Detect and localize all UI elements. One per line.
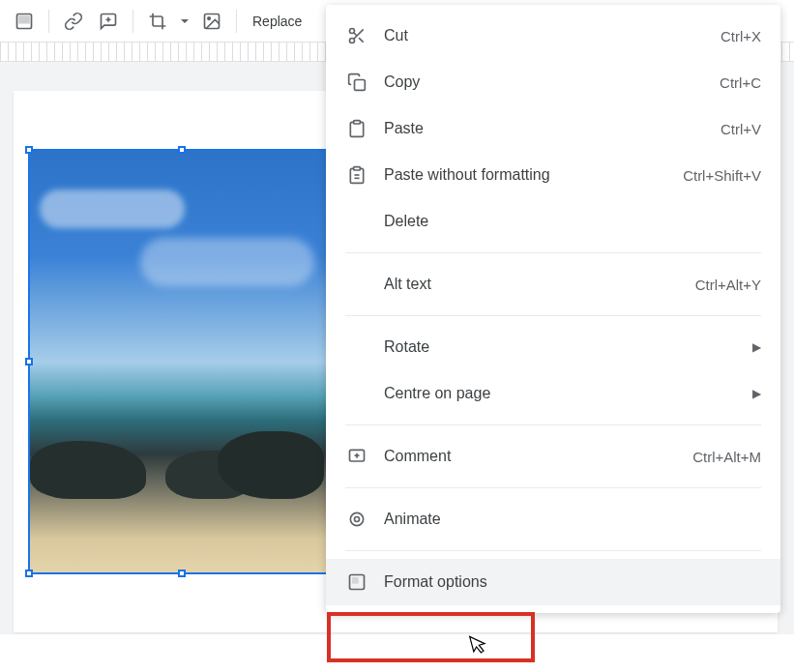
menu-shortcut: Ctrl+C	[720, 74, 761, 91]
image-content-cloud	[40, 190, 185, 228]
menu-shortcut: Ctrl+V	[720, 121, 761, 137]
toolbar-separator	[48, 10, 49, 33]
menu-shortcut: Ctrl+Alt+M	[692, 449, 761, 465]
menu-label: Rotate	[384, 338, 752, 356]
menu-label: Paste without formatting	[384, 166, 683, 184]
menu-item-copy[interactable]: Copy Ctrl+C	[326, 59, 780, 105]
menu-item-rotate[interactable]: Rotate ▶	[326, 324, 780, 370]
svg-point-20	[355, 517, 360, 522]
submenu-arrow-icon: ▶	[752, 340, 761, 354]
menu-label: Animate	[384, 511, 761, 528]
svg-rect-13	[354, 167, 361, 170]
comment-icon	[345, 445, 368, 468]
svg-point-5	[208, 16, 211, 18]
crop-image-button[interactable]	[141, 5, 174, 38]
replace-image-button[interactable]: Replace	[245, 14, 309, 29]
svg-point-7	[350, 39, 355, 44]
reset-image-button[interactable]	[195, 5, 228, 38]
svg-line-10	[354, 33, 357, 36]
svg-point-19	[350, 512, 363, 525]
menu-item-animate[interactable]: Animate	[326, 496, 780, 542]
crop-dropdown-icon[interactable]	[176, 5, 193, 38]
resize-handle-top-left[interactable]	[25, 146, 33, 154]
image-content-cloud	[140, 238, 314, 286]
fill-color-button[interactable]	[8, 5, 41, 38]
menu-label: Copy	[384, 73, 720, 91]
selected-image[interactable]	[28, 149, 336, 574]
resize-handle-bottom-left[interactable]	[25, 570, 33, 577]
menu-label: Paste	[384, 120, 720, 137]
submenu-arrow-icon: ▶	[752, 387, 761, 400]
menu-shortcut: Ctrl+Shift+V	[683, 167, 761, 184]
image-content-rock	[218, 431, 324, 499]
paste-icon	[345, 117, 368, 140]
toolbar-separator	[132, 10, 133, 33]
menu-item-paste[interactable]: Paste Ctrl+V	[326, 105, 780, 152]
resize-handle-top-mid[interactable]	[178, 146, 186, 154]
menu-label: Alt text	[384, 276, 695, 293]
menu-separator	[345, 424, 761, 425]
resize-handle-mid-left[interactable]	[25, 358, 33, 365]
menu-separator	[345, 252, 761, 253]
menu-label: Cut	[384, 27, 720, 44]
menu-label: Comment	[384, 448, 692, 465]
svg-line-9	[359, 38, 364, 43]
menu-item-centre-on-page[interactable]: Centre on page ▶	[326, 370, 780, 417]
animate-icon	[345, 508, 368, 531]
image-content-rock	[30, 441, 146, 499]
mouse-cursor-icon	[467, 630, 492, 657]
svg-point-6	[350, 29, 355, 34]
cut-icon	[345, 24, 368, 47]
svg-rect-12	[354, 121, 361, 124]
toolbar-separator	[236, 10, 237, 33]
menu-shortcut: Ctrl+Alt+Y	[695, 277, 761, 293]
add-comment-button[interactable]	[92, 5, 125, 38]
menu-label: Centre on page	[384, 385, 752, 402]
menu-label: Format options	[384, 573, 761, 591]
menu-item-paste-without-formatting[interactable]: Paste without formatting Ctrl+Shift+V	[326, 152, 780, 198]
menu-shortcut: Ctrl+X	[720, 28, 761, 44]
paste-plain-icon	[345, 163, 368, 187]
menu-item-cut[interactable]: Cut Ctrl+X	[326, 13, 780, 59]
menu-separator	[345, 487, 761, 488]
menu-item-alt-text[interactable]: Alt text Ctrl+Alt+Y	[326, 261, 780, 307]
svg-rect-1	[19, 16, 29, 23]
menu-item-comment[interactable]: Comment Ctrl+Alt+M	[326, 433, 780, 480]
svg-rect-22	[353, 578, 358, 583]
context-menu: Cut Ctrl+X Copy Ctrl+C Paste Ctrl+V Past…	[326, 5, 780, 613]
svg-rect-11	[355, 80, 366, 91]
resize-handle-bottom-mid[interactable]	[178, 570, 186, 577]
copy-icon	[345, 71, 368, 94]
menu-item-delete[interactable]: Delete	[326, 198, 780, 245]
insert-link-button[interactable]	[57, 5, 90, 38]
menu-label: Delete	[384, 213, 761, 230]
format-options-icon	[345, 570, 368, 594]
menu-separator	[345, 550, 761, 551]
menu-item-format-options[interactable]: Format options	[326, 559, 780, 605]
menu-separator	[345, 315, 761, 316]
